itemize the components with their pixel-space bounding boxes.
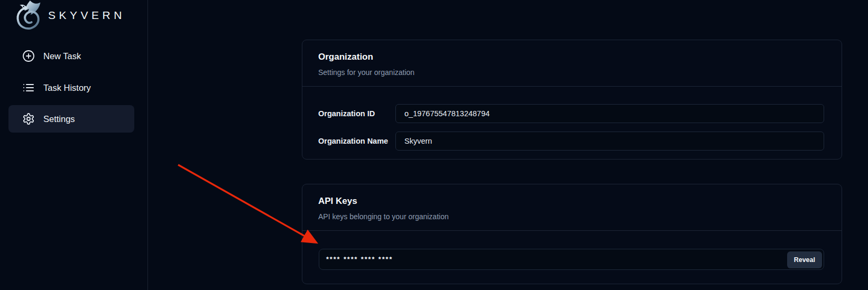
gear-icon — [22, 113, 35, 125]
organization-card-subtitle: Settings for your organization — [318, 68, 826, 77]
organization-card-title: Organization — [318, 51, 826, 63]
organization-name-row: Organization Name — [318, 132, 824, 151]
dragon-logo-icon — [14, 0, 43, 31]
organization-id-input[interactable] — [395, 104, 824, 123]
sidebar-item-settings[interactable]: Settings — [8, 105, 134, 133]
organization-id-label: Organization ID — [318, 109, 395, 118]
api-key-field[interactable]: **** **** **** **** Reveal — [319, 249, 824, 270]
api-keys-card-subtitle: API keys belonging to your organization — [318, 212, 826, 221]
reveal-button[interactable]: Reveal — [787, 251, 822, 268]
api-keys-card-header: API Keys API keys belonging to your orga… — [302, 184, 842, 231]
organization-id-row: Organization ID — [318, 104, 824, 123]
organization-name-label: Organization Name — [318, 137, 395, 145]
organization-name-input[interactable] — [395, 132, 824, 151]
api-keys-card-body: **** **** **** **** Reveal — [302, 231, 842, 270]
sidebar-item-task-history[interactable]: Task History — [8, 74, 134, 101]
circle-plus-icon — [22, 50, 35, 62]
logo-wordmark: SKYVERN — [48, 9, 125, 22]
sidebar-item-new-task[interactable]: New Task — [8, 42, 134, 70]
organization-card-header: Organization Settings for your organizat… — [302, 40, 842, 87]
list-icon — [22, 81, 35, 94]
annotation-arrow-line — [178, 165, 315, 242]
sidebar-item-label: New Task — [43, 51, 81, 61]
sidebar-item-label: Task History — [43, 83, 91, 93]
api-keys-card: API Keys API keys belonging to your orga… — [302, 184, 842, 284]
organization-card-body: Organization ID Organization Name — [302, 87, 842, 151]
skyvern-logo[interactable]: SKYVERN — [14, 0, 125, 31]
organization-card: Organization Settings for your organizat… — [302, 40, 842, 160]
sidebar: SKYVERN New Task Task History Settings — [0, 0, 148, 290]
sidebar-item-label: Settings — [43, 114, 75, 124]
api-key-masked-value: **** **** **** **** — [326, 256, 393, 263]
api-keys-card-title: API Keys — [318, 195, 826, 207]
